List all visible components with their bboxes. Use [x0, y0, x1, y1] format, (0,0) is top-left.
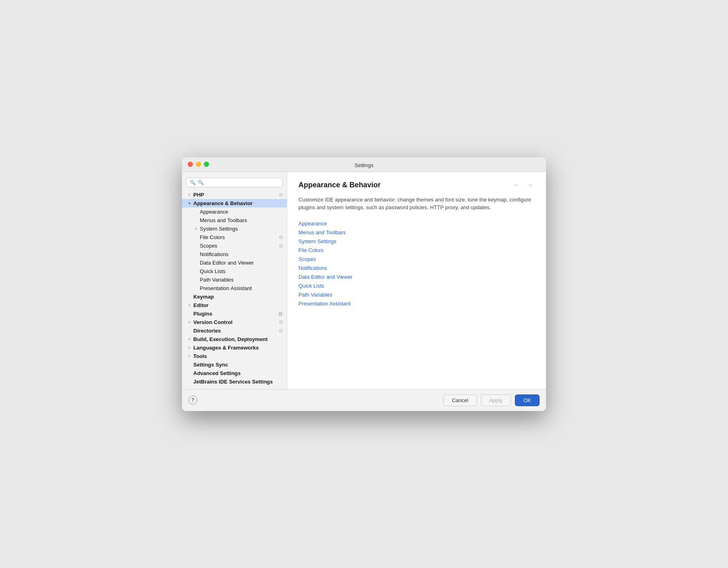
sidebar-item-scopes[interactable]: Scopes ⊟ [182, 242, 287, 250]
link-path-variables[interactable]: Path Variables [298, 292, 535, 298]
sidebar-item-label: Editor [193, 302, 283, 308]
chevron-icon [187, 345, 192, 350]
sidebar-item-data-editor[interactable]: Data Editor and Viewer [182, 259, 287, 267]
sidebar-item-label: Data Editor and Viewer [200, 260, 283, 266]
sidebar-item-label: Version Control [193, 319, 279, 325]
sidebar-item-appearance[interactable]: Appearance [182, 208, 287, 216]
sidebar-item-menus-toolbars[interactable]: Menus and Toolbars [182, 216, 287, 225]
titlebar: Settings [182, 157, 546, 172]
window-title: Settings [355, 162, 374, 168]
footer-right: Cancel Apply OK [443, 394, 540, 406]
sidebar-item-directories[interactable]: Directories ⊟ [182, 326, 287, 335]
collapse-icon: ⊟ [279, 328, 283, 333]
chevron-icon [187, 303, 192, 307]
chevron-icon [187, 192, 192, 197]
sidebar-item-file-colors[interactable]: File Colors ⊟ [182, 233, 287, 242]
sidebar-item-label: Advanced Settings [193, 370, 283, 376]
sidebar-item-jetbrains-ide[interactable]: JetBrains IDE Services Settings [182, 377, 287, 386]
search-input[interactable] [198, 180, 279, 185]
link-appearance[interactable]: Appearance [298, 220, 535, 227]
sidebar-item-label: Presentation Assistant [200, 285, 283, 291]
sidebar-item-label: Quick Lists [200, 268, 283, 274]
maximize-button[interactable] [204, 162, 209, 167]
search-icon: 🔍 [190, 180, 196, 185]
sidebar-item-label: Appearance & Behavior [193, 200, 283, 206]
content-links: Appearance Menus and Toolbars System Set… [298, 220, 535, 307]
content-description: Customize IDE appearance and behavior: c… [298, 196, 535, 212]
sidebar-item-tools[interactable]: Tools [182, 352, 287, 360]
window-controls [188, 162, 209, 167]
sidebar-item-languages-frameworks[interactable]: Languages & Frameworks [182, 343, 287, 352]
chevron-icon [187, 201, 192, 206]
sidebar-item-label: Menus and Toolbars [200, 217, 283, 223]
sidebar-item-label: Notifications [200, 251, 283, 257]
footer-left: ? [188, 396, 197, 405]
collapse-icon: ⊟ [279, 320, 283, 325]
sidebar-item-label: Build, Execution, Deployment [193, 336, 283, 342]
ok-button[interactable]: OK [515, 394, 540, 406]
link-data-editor[interactable]: Data Editor and Viewer [298, 274, 535, 280]
back-button[interactable]: ← [511, 180, 522, 190]
apply-button[interactable]: Apply [481, 394, 511, 406]
sidebar-item-label: Directories [193, 328, 279, 334]
link-quick-lists[interactable]: Quick Lists [298, 283, 535, 289]
sidebar-item-label: PHP [193, 192, 279, 198]
chevron-icon [187, 337, 192, 341]
help-button[interactable]: ? [188, 396, 197, 405]
sidebar-item-label: File Colors [200, 234, 279, 240]
link-file-colors[interactable]: File Colors [298, 247, 535, 253]
sidebar-item-advanced-settings[interactable]: Advanced Settings [182, 369, 287, 377]
chevron-icon [193, 226, 198, 231]
chevron-icon [187, 320, 192, 324]
forward-button[interactable]: → [524, 180, 535, 190]
nav-arrows: ← → [511, 180, 535, 190]
sidebar-item-label: Settings Sync [193, 362, 283, 368]
sidebar: 🔍 PHP ⊟ Appearance & Behavior Appearance [182, 172, 287, 389]
sidebar-item-path-variables[interactable]: Path Variables [182, 276, 287, 284]
sidebar-item-editor[interactable]: Editor [182, 301, 287, 309]
content-panel: Appearance & Behavior ← → Customize IDE … [287, 172, 546, 389]
translate-icon: ⊠ [278, 311, 283, 317]
search-wrapper: 🔍 [186, 178, 283, 187]
sidebar-item-label: Plugins [193, 311, 278, 317]
sidebar-item-quick-lists[interactable]: Quick Lists [182, 267, 287, 276]
collapse-icon: ⊟ [279, 192, 283, 197]
collapse-icon: ⊟ [279, 235, 283, 240]
sidebar-item-settings-sync[interactable]: Settings Sync [182, 360, 287, 369]
content-header: Appearance & Behavior ← → [298, 180, 535, 190]
sidebar-item-presentation-assistant[interactable]: Presentation Assistant [182, 284, 287, 292]
dialog-footer: ? Cancel Apply OK [182, 389, 546, 411]
sidebar-item-label: Tools [193, 353, 283, 359]
sidebar-item-appearance-behavior[interactable]: Appearance & Behavior [182, 199, 287, 208]
link-notifications[interactable]: Notifications [298, 265, 535, 271]
sidebar-item-label: Appearance [200, 209, 283, 215]
sidebar-item-label: Languages & Frameworks [193, 345, 283, 351]
link-menus-toolbars[interactable]: Menus and Toolbars [298, 229, 535, 235]
sidebar-item-label: Scopes [200, 243, 279, 249]
sidebar-item-plugins[interactable]: Plugins ⊠ [182, 309, 287, 318]
search-bar: 🔍 [182, 175, 287, 191]
settings-dialog: Settings 🔍 PHP ⊟ Appearance & Behavior [182, 157, 546, 411]
sidebar-item-system-settings[interactable]: System Settings [182, 225, 287, 233]
sidebar-item-keymap[interactable]: Keymap [182, 292, 287, 301]
sidebar-item-label: Path Variables [200, 277, 283, 283]
link-scopes[interactable]: Scopes [298, 256, 535, 262]
main-content: 🔍 PHP ⊟ Appearance & Behavior Appearance [182, 172, 546, 389]
collapse-icon: ⊟ [279, 243, 283, 248]
sidebar-item-build-execution[interactable]: Build, Execution, Deployment [182, 335, 287, 343]
sidebar-item-label: Keymap [193, 294, 283, 300]
minimize-button[interactable] [196, 162, 201, 167]
sidebar-item-label: System Settings [200, 226, 283, 232]
cancel-button[interactable]: Cancel [443, 394, 476, 406]
close-button[interactable] [188, 162, 193, 167]
link-presentation-assistant[interactable]: Presentation Assistant [298, 301, 535, 307]
link-system-settings[interactable]: System Settings [298, 238, 535, 244]
chevron-icon [187, 354, 192, 358]
sidebar-item-label: JetBrains IDE Services Settings [193, 379, 283, 385]
sidebar-item-version-control[interactable]: Version Control ⊟ [182, 318, 287, 326]
sidebar-item-notifications[interactable]: Notifications [182, 250, 287, 259]
sidebar-item-php[interactable]: PHP ⊟ [182, 191, 287, 199]
page-title: Appearance & Behavior [298, 181, 381, 189]
